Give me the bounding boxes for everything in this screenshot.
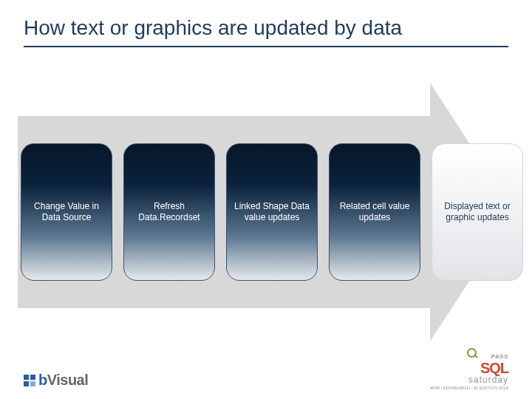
step-label: Displayed text or graphic updates xyxy=(432,201,522,223)
sql-text: SQL xyxy=(480,360,508,376)
saturday-text: saturday xyxy=(430,375,508,384)
step-2: Refresh Data.Recordset xyxy=(123,143,215,281)
slide-title: How text or graphics are updated by data xyxy=(24,16,402,40)
step-1: Change Value in Data Source xyxy=(21,143,112,281)
step-5: Displayed text or graphic updates xyxy=(432,143,523,281)
footer: bVisual PASS SQL saturday #508 | EDINBUR… xyxy=(0,362,532,395)
bvisual-logo-text: bVisual xyxy=(38,372,88,389)
step-label: Change Value in Data Source xyxy=(21,201,112,223)
pass-text: PASS xyxy=(491,353,508,360)
step-label: Related cell value updates xyxy=(330,201,420,223)
step-3: Linked Shape Data value updates xyxy=(226,143,318,281)
step-4: Related cell value updates xyxy=(329,143,420,281)
process-steps: Change Value in Data Source Refresh Data… xyxy=(21,143,523,281)
step-label: Linked Shape Data value updates xyxy=(227,201,317,223)
step-label: Refresh Data.Recordset xyxy=(124,201,214,223)
bvisual-logo-icon xyxy=(24,375,35,386)
slide: How text or graphics are updated by data… xyxy=(0,0,532,399)
bvisual-logo: bVisual xyxy=(24,372,88,389)
title-underline xyxy=(24,46,508,47)
magnifier-icon xyxy=(467,348,477,358)
sqlsaturday-logo: PASS SQL saturday #508 | EDINBURGH - BI … xyxy=(430,348,508,390)
event-subtext: #508 | EDINBURGH - BI EDITION 2016 xyxy=(430,386,508,390)
